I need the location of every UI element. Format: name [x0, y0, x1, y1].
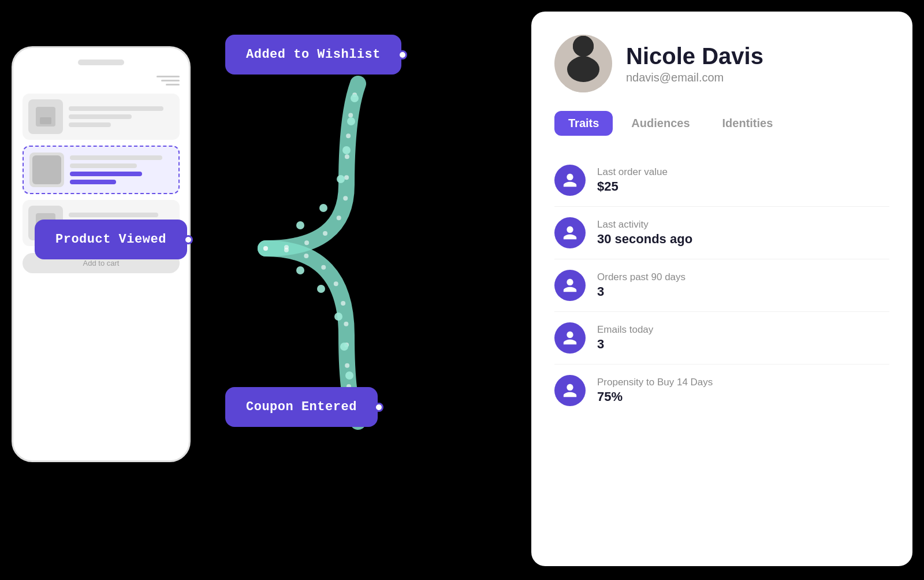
phone-card-selected	[23, 146, 180, 194]
svg-point-4	[347, 117, 355, 125]
trait-label-emails-today: Emails today	[597, 324, 653, 336]
profile-email: ndavis@email.com	[626, 71, 763, 84]
profile-panel: Nicole Davis ndavis@email.com Traits Aud…	[531, 12, 912, 566]
trait-icon-emails-today	[554, 322, 586, 354]
tab-audiences[interactable]: Audiences	[617, 111, 703, 136]
product-image-1	[28, 99, 63, 134]
trait-value-order-value: $25	[597, 179, 668, 194]
trait-label-orders-90: Orders past 90 days	[597, 272, 685, 283]
trait-row-last-activity: Last activity 30 seconds ago	[554, 207, 889, 259]
trait-label-last-activity: Last activity	[597, 219, 692, 230]
svg-point-2	[337, 175, 345, 183]
trait-text-emails-today: Emails today 3	[597, 324, 653, 352]
scene: Add to cart Product Viewed	[0, 0, 924, 580]
trait-text-order-value: Last order value $25	[597, 166, 668, 194]
trait-value-orders-90: 3	[597, 284, 685, 299]
trait-value-propensity: 75%	[597, 389, 713, 404]
trait-text-orders-90: Orders past 90 days 3	[597, 272, 685, 299]
avatar	[554, 35, 612, 92]
trait-icon-orders-90	[554, 270, 586, 301]
trait-label-order-value: Last order value	[597, 166, 668, 178]
profile-header: Nicole Davis ndavis@email.com	[554, 35, 889, 92]
bubble-dot-coupon	[374, 403, 383, 412]
tab-traits[interactable]: Traits	[554, 111, 613, 136]
profile-info: Nicole Davis ndavis@email.com	[626, 43, 763, 84]
svg-point-7	[317, 285, 325, 293]
avatar-svg	[554, 35, 612, 92]
svg-point-16	[567, 57, 599, 82]
person-icon-1	[562, 172, 578, 188]
trait-icon-order-value	[554, 165, 586, 196]
svg-point-6	[296, 266, 304, 274]
trait-row-order-value: Last order value $25	[554, 154, 889, 207]
svg-point-5	[351, 94, 359, 102]
profile-tabs: Traits Audiences Identities	[554, 111, 889, 136]
trait-icon-propensity	[554, 375, 586, 406]
trait-text-last-activity: Last activity 30 seconds ago	[597, 219, 692, 247]
trait-row-emails-today: Emails today 3	[554, 312, 889, 365]
svg-point-9	[340, 343, 348, 351]
person-icon-3	[562, 277, 578, 293]
product-image-selected	[29, 153, 64, 187]
coupon-entered-bubble: Coupon Entered	[225, 387, 378, 427]
svg-point-8	[334, 313, 342, 321]
svg-point-0	[296, 221, 304, 229]
hamburger-icon	[23, 76, 180, 85]
trait-value-emails-today: 3	[597, 337, 653, 352]
svg-point-1	[319, 204, 327, 212]
svg-point-15	[573, 36, 594, 57]
trait-value-last-activity: 30 seconds ago	[597, 232, 692, 247]
product-viewed-bubble: Product Viewed	[35, 220, 187, 259]
bubble-dot-product	[184, 235, 193, 244]
person-icon-5	[562, 382, 578, 399]
svg-point-3	[342, 146, 351, 154]
profile-name: Nicole Davis	[626, 43, 763, 69]
svg-point-10	[345, 371, 353, 380]
person-icon-4	[562, 330, 578, 346]
trait-row-orders-90: Orders past 90 days 3	[554, 259, 889, 312]
phone-notch	[78, 60, 124, 65]
added-wishlist-bubble: Added to Wishlist	[225, 35, 401, 75]
trait-text-propensity: Propensity to Buy 14 Days 75%	[597, 377, 713, 404]
trait-label-propensity: Propensity to Buy 14 Days	[597, 377, 713, 388]
trait-row-propensity: Propensity to Buy 14 Days 75%	[554, 365, 889, 417]
phone-card-1	[23, 94, 180, 140]
person-icon-2	[562, 225, 578, 241]
tab-identities[interactable]: Identities	[709, 111, 787, 136]
trait-icon-last-activity	[554, 217, 586, 248]
card-lines-1	[69, 106, 174, 127]
card-lines-selected	[70, 155, 173, 184]
bubble-dot-wishlist	[398, 50, 407, 60]
